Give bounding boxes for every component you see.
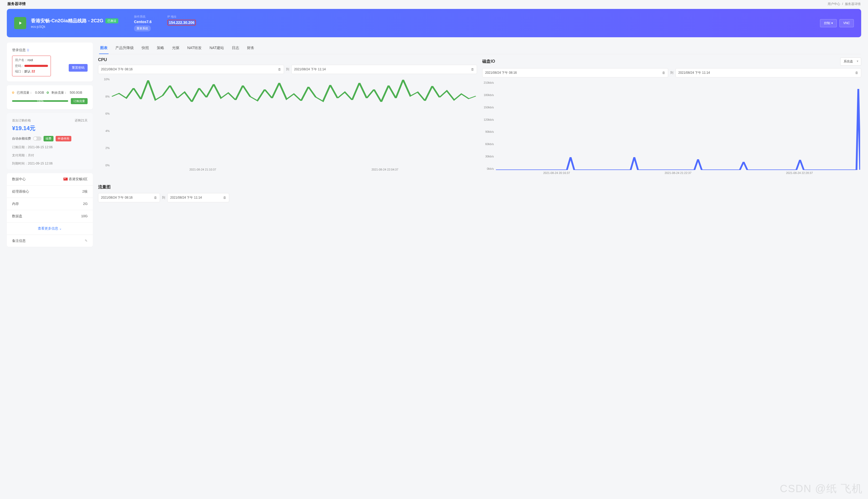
cpu-chart-block: CPU 2021/08/24 下午 08:16🗓 到 2021/08/24 下午… [98, 58, 477, 178]
disk-select[interactable]: 系统盘 [840, 58, 861, 65]
renew-button[interactable]: 续费 [44, 136, 53, 142]
traffic-card: 已用流量：0.0GB 剩余流量：500.0GB 100% 订购流量 [7, 85, 93, 109]
hk-flag-icon [63, 178, 68, 181]
cpu-date-from[interactable]: 2021/08/24 下午 08:16🗓 [98, 65, 284, 74]
username-value: root [27, 58, 33, 62]
auto-renew-toggle[interactable] [33, 136, 41, 141]
reset-password-button[interactable]: 重置密码 [69, 64, 88, 72]
buy-traffic-button[interactable]: 订购流量 [71, 98, 88, 104]
calendar-icon: 🗓 [278, 68, 281, 71]
user-icon: ⚲ [27, 48, 29, 52]
tab-logs[interactable]: 日志 [231, 42, 240, 54]
calendar-icon: 🗓 [662, 71, 665, 75]
tab-cdrom[interactable]: 光驱 [171, 42, 181, 54]
tab-policy[interactable]: 策略 [156, 42, 165, 54]
order-date-value: 2021-08-15 12:06 [28, 145, 53, 149]
disk-chart-block: 磁盘IO 系统盘 2021/08/24 下午 08:16🗓 到 2021/08/… [482, 58, 861, 178]
traffic-date-to[interactable]: 2021/08/24 下午 11:14🗓 [167, 193, 229, 202]
disk-date-to[interactable]: 2021/08/24 下午 11:14🗓 [675, 68, 861, 77]
ip-address: 154.222.30.206 [167, 20, 196, 25]
spec-row-memory: 内存 2G [7, 197, 93, 210]
calendar-icon: 🗓 [855, 71, 858, 75]
cycle-value: 月付 [28, 154, 34, 157]
traffic-progress-bar: 100% [12, 100, 68, 102]
disk-date-from[interactable]: 2021/08/24 下午 08:16🗓 [482, 68, 668, 77]
chevron-down-icon: ▾ [831, 21, 833, 25]
calendar-icon: 🗓 [223, 196, 226, 200]
stop-button[interactable]: 申请停用 [55, 136, 71, 142]
days-left: 还剩21天 [75, 118, 88, 123]
tab-finance[interactable]: 财务 [246, 42, 256, 54]
specs-card: 数据中心 香港安畅3区 处理器核心 2核 内存 2G 数据盘 10G 查看更多信… [7, 173, 93, 247]
tab-natsite[interactable]: NAT建站 [209, 42, 225, 54]
breadcrumb: 用户中心 / 服务器详情 [828, 2, 861, 6]
more-info-link[interactable]: 查看更多信息 ⌄ [7, 222, 93, 234]
password-masked [24, 65, 48, 67]
crumb-current: 服务器详情 [845, 2, 861, 6]
status-badge: 已激活 [106, 19, 118, 23]
crumb-user-center[interactable]: 用户中心 [828, 2, 840, 6]
ip-label: IP 地址 [167, 15, 196, 19]
cpu-x-axis: 2021-08-24 21:10:372021-08-24 22:04:37 [112, 168, 476, 175]
vnc-button[interactable]: VNC [840, 19, 854, 27]
reinstall-os-button[interactable]: 重装系统 [134, 25, 151, 32]
control-dropdown[interactable]: 控制▾ [820, 19, 837, 27]
os-value: Centos7.6 [134, 20, 151, 24]
server-hero: 香港安畅-Cn2Gia精品线路 - 2C2G 已激活 ecs-jcSQk 操作系… [7, 9, 861, 37]
used-traffic-value: 0.0GB [35, 91, 44, 95]
login-info-card: 登录信息 ⚲ 用户名：root 密码： 端口：默认 22 重置密码 [7, 42, 93, 82]
calendar-icon: 🗓 [471, 68, 474, 71]
login-credentials-box: 用户名：root 密码： 端口：默认 22 [12, 56, 51, 76]
tab-snapshot[interactable]: 快照 [140, 42, 150, 54]
tab-natfwd[interactable]: NAT转发 [186, 42, 203, 54]
spec-row-remark: 备注信息 ✎ [7, 234, 93, 247]
disk-chart-title: 磁盘IO [482, 59, 495, 64]
traffic-chart-title: 流量图 [98, 184, 861, 190]
remain-dot-icon [47, 92, 49, 94]
server-id: ecs-jcSQk [31, 25, 118, 28]
tab-charts[interactable]: 图表 [99, 42, 109, 54]
disk-y-axis: 210kb/s180kb/s150kb/s120kb/s90kb/s60kb/s… [482, 81, 495, 170]
cpu-y-axis: 10%8%6%4%2%0% [98, 78, 111, 167]
edit-icon[interactable]: ✎ [85, 239, 88, 243]
tab-upgrade[interactable]: 产品升降级 [114, 42, 135, 54]
cpu-plot [112, 78, 476, 167]
used-dot-icon [12, 92, 14, 94]
tabs: 图表 产品升降级 快照 策略 光驱 NAT转发 NAT建站 日志 财务 [98, 42, 861, 54]
billing-card: 首次订购价格 还剩21天 ¥19.14元 自动余额续费 续费 申请停用 订购日期… [7, 113, 93, 170]
chevron-down-icon: ⌄ [59, 227, 62, 230]
expire-value: 2021-09-15 12:06 [28, 162, 53, 165]
server-name: 香港安畅-Cn2Gia精品线路 - 2C2G [31, 17, 103, 24]
price-value: ¥19.14元 [12, 124, 88, 132]
os-label: 操作系统 [134, 15, 151, 19]
cpu-date-to[interactable]: 2021/08/24 下午 11:14🗓 [292, 65, 477, 74]
spec-row-datacenter: 数据中心 香港安畅3区 [7, 173, 93, 185]
page-title: 服务器详情 [7, 2, 26, 6]
spec-row-disk: 数据盘 10G [7, 210, 93, 222]
server-power-icon [14, 17, 26, 29]
traffic-date-from[interactable]: 2021/08/24 下午 08:16🗓 [98, 193, 160, 202]
disk-plot [496, 81, 860, 170]
calendar-icon: 🗓 [154, 196, 157, 200]
cpu-chart-title: CPU [98, 58, 107, 62]
spec-row-cpu: 处理器核心 2核 [7, 185, 93, 197]
remain-traffic-value: 500.0GB [70, 91, 82, 95]
port-value: 22 [32, 70, 35, 73]
disk-x-axis: 2021-08-24 20:16:372021-08-24 21:22:3720… [496, 171, 860, 178]
